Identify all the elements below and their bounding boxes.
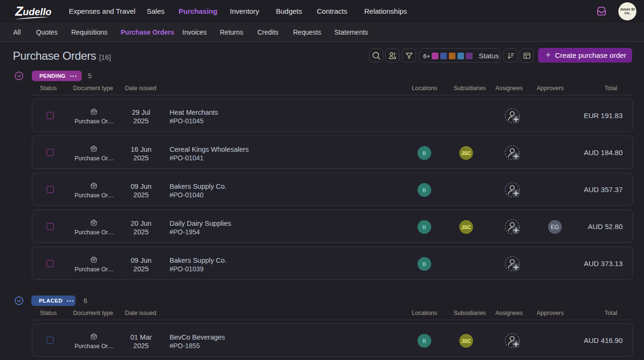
svg-text:udello: udello bbox=[23, 6, 51, 17]
